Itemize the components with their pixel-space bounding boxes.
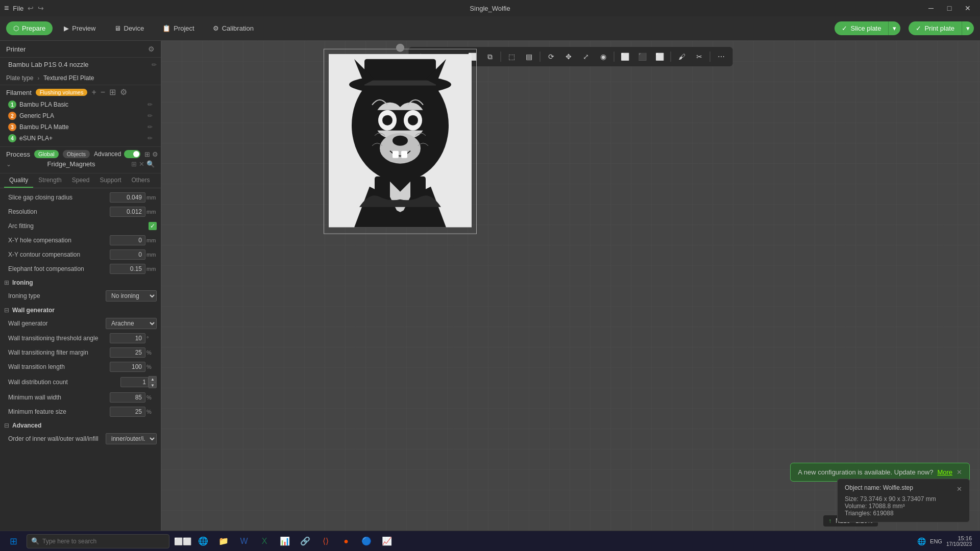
- minimize-button[interactable]: ─: [923, 1, 939, 15]
- remove-filament-icon[interactable]: −: [101, 88, 105, 96]
- taskbar-app-6[interactable]: 🔗: [296, 532, 314, 550]
- resolution-input[interactable]: [110, 207, 145, 217]
- toolbar-sep-5: [710, 52, 710, 62]
- profile-close-icon[interactable]: ✕: [139, 160, 144, 168]
- profile-search-icon[interactable]: 🔍: [146, 160, 155, 168]
- layers-icon[interactable]: ⧉: [482, 49, 498, 64]
- slice-plate-button[interactable]: ✓ Slice plate: [835, 21, 888, 35]
- arc-fitting-checkbox[interactable]: ✓: [149, 222, 157, 230]
- view-all-icon[interactable]: ⬚: [504, 49, 520, 64]
- filament-edit-1[interactable]: ✏: [148, 101, 153, 108]
- filament-name-2: Generic PLA: [19, 112, 144, 119]
- xy-contour-unit: mm: [146, 252, 157, 258]
- display-icon[interactable]: ▤: [522, 49, 537, 64]
- undo-icon[interactable]: ↩: [28, 4, 34, 12]
- taskbar-app-4[interactable]: X: [255, 532, 274, 550]
- print-plate-button[interactable]: ✓ Print plate: [909, 21, 962, 35]
- xy-contour-input[interactable]: [110, 249, 145, 260]
- notification-more-link[interactable]: More: [937, 468, 952, 476]
- filament-edit-4[interactable]: ✏: [148, 135, 153, 142]
- advanced-toggle[interactable]: [124, 150, 140, 158]
- canvas-area[interactable]: ⬡ ⊞ ◫ ⬜ ⧉ ⬚ ▤ ⟳ ✥ ⤢ ◉ ⬜ ⬛ ⬜ 🖌 ✂: [161, 41, 980, 533]
- filament-edit-2[interactable]: ✏: [148, 112, 153, 119]
- close-button[interactable]: ✕: [960, 1, 976, 15]
- wall-distribution-increment[interactable]: ▲: [149, 376, 157, 382]
- wall-distribution-input[interactable]: [120, 377, 149, 387]
- camera-icon[interactable]: ◉: [596, 49, 611, 64]
- advanced-expand-icon[interactable]: ⊟: [4, 422, 9, 429]
- tab-support[interactable]: Support: [94, 173, 126, 188]
- project-nav-button[interactable]: 📋 Project: [155, 21, 201, 35]
- rotation-handle[interactable]: [396, 44, 404, 52]
- cut-icon[interactable]: ✂: [692, 49, 707, 64]
- tool-3-icon[interactable]: ⬜: [652, 49, 668, 64]
- wall-generator-select[interactable]: Arachne: [106, 318, 157, 329]
- tray-lang: ENG: [930, 538, 942, 544]
- elephant-foot-input[interactable]: [110, 264, 145, 274]
- scale-icon[interactable]: ⤢: [578, 49, 594, 64]
- plate-type-value[interactable]: Textured PEI Plate: [43, 74, 94, 82]
- redo-icon[interactable]: ↪: [38, 4, 44, 12]
- maximize-button[interactable]: □: [941, 1, 958, 15]
- printer-settings-icon[interactable]: ⚙: [148, 45, 155, 53]
- taskbar-app-5[interactable]: 📊: [276, 532, 294, 550]
- taskbar-app-2[interactable]: 📁: [214, 532, 233, 550]
- xy-hole-input[interactable]: [110, 235, 145, 245]
- search-icon: 🔍: [31, 537, 39, 545]
- global-tag[interactable]: Global: [34, 150, 59, 158]
- move-icon[interactable]: ✥: [561, 49, 576, 64]
- min-wall-width-input[interactable]: [110, 392, 145, 403]
- wall-transition-length-input[interactable]: [110, 362, 145, 372]
- task-view-button[interactable]: ⬜⬜: [174, 532, 192, 550]
- tab-others[interactable]: Others: [126, 173, 155, 188]
- taskbar-search-input[interactable]: [42, 538, 165, 545]
- wall-gen-expand-icon[interactable]: ⊟: [4, 307, 9, 314]
- printer-edit-icon[interactable]: ✏: [152, 61, 157, 68]
- more-icon[interactable]: ⋯: [714, 49, 729, 64]
- app-menu-icon[interactable]: ≡: [4, 4, 9, 13]
- wall-distribution-decrement[interactable]: ▼: [149, 382, 157, 388]
- flushing-volumes-tag[interactable]: Flushing volumes: [36, 89, 88, 96]
- add-filament-icon[interactable]: +: [91, 88, 96, 96]
- taskbar-app-10[interactable]: 📈: [378, 532, 396, 550]
- tab-speed[interactable]: Speed: [67, 173, 95, 188]
- profile-save-icon[interactable]: ⊞: [131, 160, 137, 168]
- min-feature-size-input[interactable]: [110, 407, 145, 417]
- preview-nav-button[interactable]: ▶ Preview: [57, 21, 103, 35]
- filament-settings-icon[interactable]: ⊞: [109, 88, 116, 96]
- tab-strength[interactable]: Strength: [33, 173, 66, 188]
- tab-quality[interactable]: Quality: [4, 173, 33, 188]
- windows-start-button[interactable]: ⊞: [4, 532, 22, 550]
- paint-icon[interactable]: 🖌: [674, 49, 690, 64]
- prepare-nav-button[interactable]: ⬡ Prepare: [6, 21, 53, 35]
- wall-threshold-input[interactable]: [110, 333, 145, 343]
- process-save-icon[interactable]: ⊞: [144, 151, 150, 158]
- order-inner-outer-select[interactable]: inner/outer/i...: [106, 433, 157, 444]
- taskbar-app-3[interactable]: W: [235, 532, 253, 550]
- tool-1-icon[interactable]: ⬜: [618, 49, 633, 64]
- calibration-nav-button[interactable]: ⚙ Calibration: [206, 21, 261, 35]
- main-content: Printer ⚙ Bambu Lab P1S 0.4 nozzle ✏ Pla…: [0, 41, 980, 533]
- device-nav-button[interactable]: 🖥 Device: [107, 21, 152, 35]
- notification-close-icon[interactable]: ✕: [957, 468, 962, 476]
- printer-section-title: Printer: [6, 45, 26, 53]
- filament-edit-3[interactable]: ✏: [148, 123, 153, 131]
- taskbar-app-9[interactable]: 🔵: [357, 532, 376, 550]
- slice-chevron-button[interactable]: ▾: [888, 21, 900, 35]
- wall-filter-input[interactable]: [110, 347, 145, 358]
- objects-tag[interactable]: Objects: [63, 150, 90, 158]
- print-chevron-button[interactable]: ▾: [962, 21, 974, 35]
- taskbar-app-7[interactable]: ⟨⟩: [316, 532, 335, 550]
- ironing-expand-icon[interactable]: ⊞: [4, 279, 9, 286]
- taskbar-app-1[interactable]: 🌐: [194, 532, 212, 550]
- process-gear-icon[interactable]: ⚙: [152, 151, 158, 158]
- rotate-icon[interactable]: ⟳: [544, 49, 559, 64]
- min-wall-width-label: Minimum wall width: [8, 394, 110, 401]
- filament-gear-icon[interactable]: ⚙: [120, 88, 127, 96]
- tool-2-icon[interactable]: ⬛: [635, 49, 650, 64]
- slice-gap-input[interactable]: [110, 192, 145, 203]
- taskbar-app-8[interactable]: ●: [337, 532, 355, 550]
- file-menu[interactable]: File: [13, 5, 23, 12]
- ironing-type-select[interactable]: No ironing: [106, 290, 157, 302]
- object-info-close-icon[interactable]: ✕: [957, 485, 962, 493]
